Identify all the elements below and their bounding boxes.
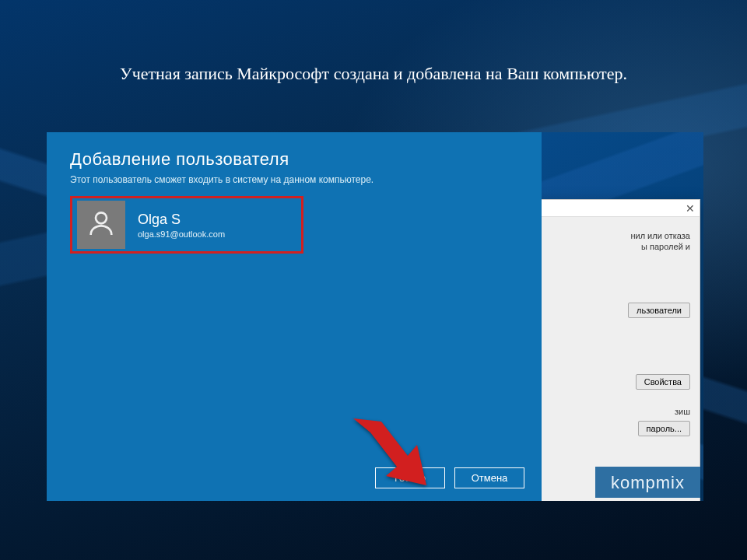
add-user-dialog: Добавление пользователя Этот пользовател… — [47, 132, 542, 501]
dialog-subtitle: Этот пользователь сможет входить в систе… — [70, 174, 518, 185]
close-icon[interactable]: ✕ — [686, 203, 695, 214]
user-card-highlight: Olga S olga.s91@outlook.com — [70, 196, 303, 254]
watermark: kompmix — [595, 467, 700, 498]
dialog-title: Добавление пользователя — [70, 149, 518, 170]
done-button[interactable]: Готово — [375, 467, 445, 488]
user-icon — [86, 208, 117, 242]
password-button[interactable]: пароль... — [638, 421, 690, 436]
screenshot-scene: ✕ нил или отказа ы паролей и льзователи … — [47, 132, 703, 501]
user-email: olga.s91@outlook.com — [138, 229, 225, 239]
avatar — [77, 201, 125, 249]
user-name: Olga S — [138, 212, 225, 228]
system-dialog-hint: зиш — [675, 407, 690, 416]
slide-caption: Учетная запись Майкрософт создана и доба… — [0, 64, 747, 84]
cancel-button[interactable]: Отмена — [454, 467, 524, 488]
system-dialog-description-line1: нил или отказа — [630, 231, 690, 242]
users-button[interactable]: льзователи — [628, 303, 690, 318]
properties-button[interactable]: Свойства — [636, 374, 690, 390]
system-dialog-description-line2: ы паролей и — [630, 242, 690, 253]
svg-point-0 — [96, 212, 107, 223]
system-dialog-description: нил или отказа ы паролей и — [630, 231, 690, 253]
